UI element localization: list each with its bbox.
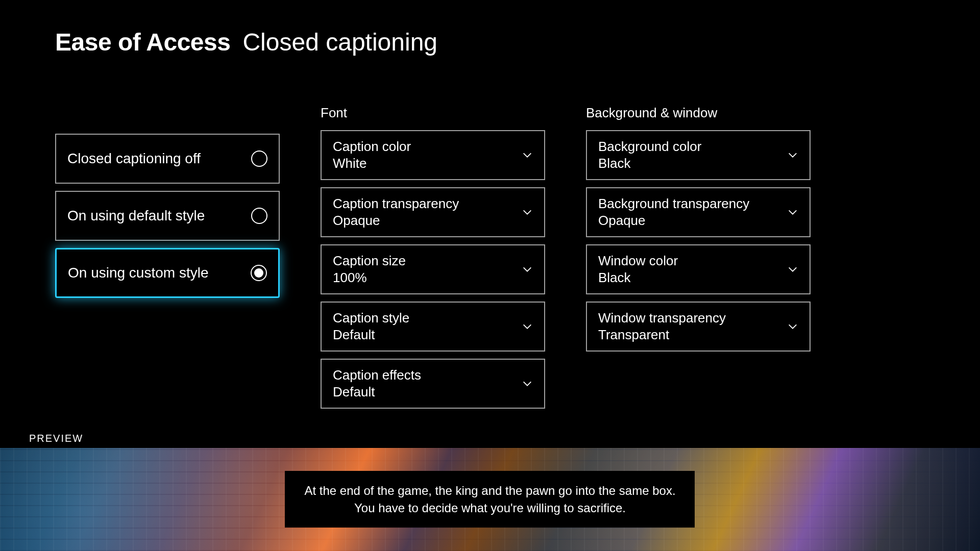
select-window-transparency[interactable]: Window transparency Transparent: [586, 302, 811, 352]
chevron-down-icon: [522, 264, 533, 275]
radio-indicator-icon: [251, 208, 267, 224]
select-value: Transparent: [598, 327, 726, 343]
chevron-down-icon: [787, 149, 798, 161]
background-window-column: Background & window Background color Bla…: [586, 105, 811, 416]
select-caption-color[interactable]: Caption color White: [321, 130, 545, 180]
caption-preview-box: At the end of the game, the king and the…: [285, 471, 695, 528]
select-value: Black: [598, 270, 678, 286]
select-caption-size[interactable]: Caption size 100%: [321, 244, 545, 294]
radio-label: Closed captioning off: [67, 151, 201, 167]
radio-label: On using custom style: [68, 265, 208, 281]
font-settings-column: Font Caption color White Caption transpa…: [321, 105, 545, 416]
page-header: Ease of Access Closed captioning: [55, 28, 437, 56]
select-value: Default: [333, 327, 409, 343]
breadcrumb-category: Ease of Access: [55, 28, 230, 56]
select-caption-style[interactable]: Caption style Default: [321, 302, 545, 352]
select-value: 100%: [333, 270, 406, 286]
column-title-font: Font: [321, 105, 545, 121]
select-value: Default: [333, 384, 421, 400]
select-background-transparency[interactable]: Background transparency Opaque: [586, 187, 811, 237]
radio-label: On using default style: [67, 208, 205, 224]
select-label: Background transparency: [598, 196, 749, 212]
chevron-down-icon: [522, 149, 533, 161]
mode-radio-group: Closed captioning off On using default s…: [55, 105, 280, 416]
radio-indicator-icon: [251, 265, 267, 281]
chevron-down-icon: [522, 378, 533, 389]
radio-custom-style[interactable]: On using custom style: [55, 248, 280, 298]
select-label: Window color: [598, 253, 678, 269]
chevron-down-icon: [522, 207, 533, 218]
select-label: Window transparency: [598, 310, 726, 326]
select-window-color[interactable]: Window color Black: [586, 244, 811, 294]
select-label: Caption effects: [333, 367, 421, 383]
select-background-color[interactable]: Background color Black: [586, 130, 811, 180]
page-title: Closed captioning: [242, 28, 437, 56]
select-label: Caption transparency: [333, 196, 459, 212]
radio-captioning-off[interactable]: Closed captioning off: [55, 134, 280, 184]
select-label: Caption style: [333, 310, 409, 326]
select-label: Caption size: [333, 253, 406, 269]
select-caption-transparency[interactable]: Caption transparency Opaque: [321, 187, 545, 237]
chevron-down-icon: [787, 321, 798, 332]
radio-indicator-icon: [251, 151, 267, 167]
preview-area: At the end of the game, the king and the…: [0, 448, 980, 551]
select-caption-effects[interactable]: Caption effects Default: [321, 359, 545, 409]
select-value: Black: [598, 156, 701, 171]
caption-line-2: You have to decide what you're willing t…: [304, 499, 675, 517]
select-value: White: [333, 156, 411, 171]
column-title-bgwindow: Background & window: [586, 105, 811, 121]
chevron-down-icon: [787, 207, 798, 218]
select-label: Caption color: [333, 139, 411, 155]
select-label: Background color: [598, 139, 701, 155]
chevron-down-icon: [787, 264, 798, 275]
preview-label: PREVIEW: [29, 433, 83, 444]
chevron-down-icon: [522, 321, 533, 332]
radio-default-style[interactable]: On using default style: [55, 191, 280, 241]
select-value: Opaque: [598, 213, 749, 229]
caption-line-1: At the end of the game, the king and the…: [304, 482, 675, 499]
select-value: Opaque: [333, 213, 459, 229]
